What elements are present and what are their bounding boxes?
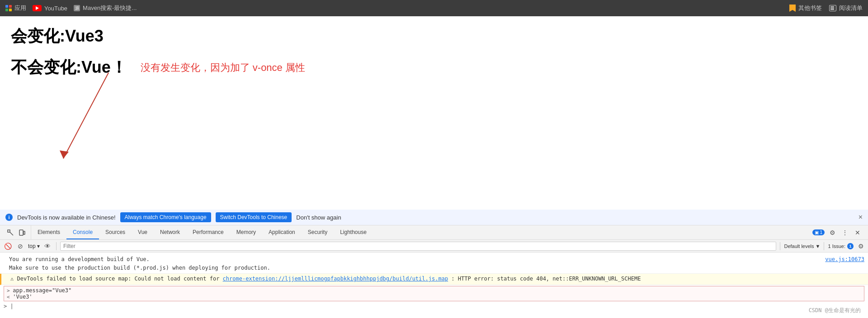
inspect-element-icon[interactable] bbox=[5, 228, 15, 238]
warn-icon: ⚠ bbox=[10, 276, 17, 282]
page-title-2-prefix: 不会变化:Vue！ bbox=[11, 56, 127, 79]
notification-info-icon: i bbox=[5, 214, 13, 221]
svg-line-0 bbox=[63, 73, 108, 159]
console-result-text: 'Vue3' bbox=[13, 294, 32, 300]
maven-icon: 源 bbox=[74, 5, 80, 11]
svg-rect-5 bbox=[24, 231, 25, 234]
console-output: vue.js:10673 You are running a developme… bbox=[0, 253, 868, 318]
reading-list-btn[interactable]: 阅读清单 bbox=[829, 4, 863, 12]
bookmarks-btn[interactable]: 其他书签 bbox=[789, 4, 822, 12]
devtools-right-icons: ▣ 1 ⚙ ⋮ ✕ bbox=[809, 228, 866, 238]
devtools-tab-list: Elements Console Sources Vue Network Per… bbox=[31, 225, 809, 239]
svg-marker-1 bbox=[60, 150, 69, 159]
console-clear-icon[interactable]: 🚫 bbox=[3, 241, 13, 251]
always-match-language-button[interactable]: Always match Chrome's language bbox=[120, 212, 211, 222]
devtools-tabs-bar: Elements Console Sources Vue Network Per… bbox=[0, 225, 868, 240]
watermark: CSDN @生命是有光的 bbox=[809, 307, 861, 314]
arrow-annotation bbox=[59, 68, 113, 169]
tab-memory[interactable]: Memory bbox=[230, 225, 262, 239]
notification-message: DevTools is now available in Chinese! bbox=[17, 214, 116, 221]
warn-text-suffix: : HTTP error: status code 404, net::ERR_… bbox=[451, 276, 641, 282]
tab-maven[interactable]: 源 Maven搜索-最快捷... bbox=[74, 4, 137, 12]
svg-line-3 bbox=[10, 232, 13, 235]
console-vue-dev-text: You are running a development build of V… bbox=[9, 256, 270, 271]
default-levels-dropdown[interactable]: Default levels ▼ bbox=[784, 243, 820, 249]
issues-count-icon: 1 bbox=[847, 243, 854, 249]
context-selector[interactable]: top ▾ bbox=[28, 243, 40, 249]
tab-application[interactable]: Application bbox=[262, 225, 302, 239]
tab-apps[interactable]: 应用 bbox=[5, 4, 26, 12]
devtools-settings-icon[interactable]: ⚙ bbox=[827, 228, 837, 238]
issues-label: 1 Issue: bbox=[828, 243, 845, 249]
main-content: 会变化:Vue3 不会变化:Vue！ 没有发生变化，因为加了 v-once 属性 bbox=[0, 16, 868, 210]
tab-youtube-label: YouTube bbox=[44, 5, 67, 12]
browser-tabs-left: 应用 YouTube 源 Maven搜索-最快捷... bbox=[5, 4, 782, 12]
device-toggle-icon[interactable] bbox=[17, 228, 27, 238]
dont-show-again-button[interactable]: Don't show again bbox=[296, 214, 341, 221]
svg-rect-4 bbox=[19, 230, 23, 235]
eye-icon[interactable]: 👁 bbox=[42, 241, 52, 251]
issues-count-badge: ▣ 1 bbox=[812, 229, 825, 235]
console-line-warn: ⚠ DevTools failed to load source map: Co… bbox=[0, 274, 868, 285]
tab-network[interactable]: Network bbox=[154, 225, 186, 239]
console-line-vue-info: vue.js:10673 You are running a developme… bbox=[0, 254, 868, 274]
browser-bar-right: 其他书签 阅读清单 bbox=[789, 4, 863, 12]
console-source-link[interactable]: vue.js:10673 bbox=[825, 255, 864, 264]
console-filter-input[interactable] bbox=[60, 242, 776, 251]
tab-apps-label: 应用 bbox=[14, 4, 26, 12]
tab-youtube[interactable]: YouTube bbox=[33, 5, 67, 12]
console-command-block: > app.message="Vue3" < 'Vue3' bbox=[4, 286, 864, 301]
console-toolbar: 🚫 ⊘ top ▾ 👁 Default levels ▼ 1 Issue: 1 … bbox=[0, 240, 868, 253]
prompt-arrow: > | bbox=[4, 303, 14, 309]
vue-annotation: 没有发生变化，因为加了 v-once 属性 bbox=[141, 61, 305, 75]
devtools-notification-bar: i DevTools is now available in Chinese! … bbox=[0, 210, 868, 225]
console-settings-icon[interactable]: ⚙ bbox=[856, 242, 865, 251]
notification-close-button[interactable]: × bbox=[859, 213, 863, 221]
warn-text-prefix: DevTools failed to load source map: Coul… bbox=[17, 276, 222, 282]
console-command-line: > app.message="Vue3" bbox=[7, 287, 861, 294]
switch-to-chinese-button[interactable]: Switch DevTools to Chinese bbox=[216, 212, 292, 222]
tab-elements[interactable]: Elements bbox=[31, 225, 66, 239]
console-input-line[interactable]: > | bbox=[0, 302, 868, 310]
tab-security[interactable]: Security bbox=[302, 225, 334, 239]
issues-badge: 1 Issue: 1 bbox=[828, 243, 854, 249]
apps-grid-icon bbox=[5, 5, 12, 11]
console-result-line: < 'Vue3' bbox=[7, 294, 861, 300]
devtools-panel: i DevTools is now available in Chinese! … bbox=[0, 210, 868, 318]
warn-source-link[interactable]: chrome-extension://ljjemlllicmogpfapbkki… bbox=[223, 276, 448, 282]
bookmark-icon bbox=[789, 5, 796, 12]
devtools-left-icons bbox=[2, 225, 31, 239]
tab-vue[interactable]: Vue bbox=[132, 225, 154, 239]
console-filter-icon[interactable]: ⊘ bbox=[15, 241, 25, 251]
page-title-1: 会变化:Vue3 bbox=[11, 25, 857, 47]
tab-sources[interactable]: Sources bbox=[99, 225, 132, 239]
svg-rect-2 bbox=[8, 230, 10, 232]
reading-list-label: 阅读清单 bbox=[839, 4, 863, 12]
devtools-more-icon[interactable]: ⋮ bbox=[840, 228, 850, 238]
browser-chrome-bar: 应用 YouTube 源 Maven搜索-最快捷... 其他书签 阅读清单 bbox=[0, 0, 868, 16]
reading-list-icon bbox=[829, 5, 836, 11]
tab-performance[interactable]: Performance bbox=[186, 225, 230, 239]
tab-maven-label: Maven搜索-最快捷... bbox=[83, 4, 137, 12]
youtube-icon bbox=[33, 5, 42, 11]
page-title-2: 不会变化:Vue！ 没有发生变化，因为加了 v-once 属性 bbox=[11, 56, 857, 79]
tab-console[interactable]: Console bbox=[66, 225, 99, 239]
bookmarks-label: 其他书签 bbox=[798, 4, 822, 12]
console-command-text: app.message="Vue3" bbox=[13, 287, 71, 294]
tab-lighthouse[interactable]: Lighthouse bbox=[334, 225, 373, 239]
devtools-close-icon[interactable]: ✕ bbox=[853, 228, 863, 238]
